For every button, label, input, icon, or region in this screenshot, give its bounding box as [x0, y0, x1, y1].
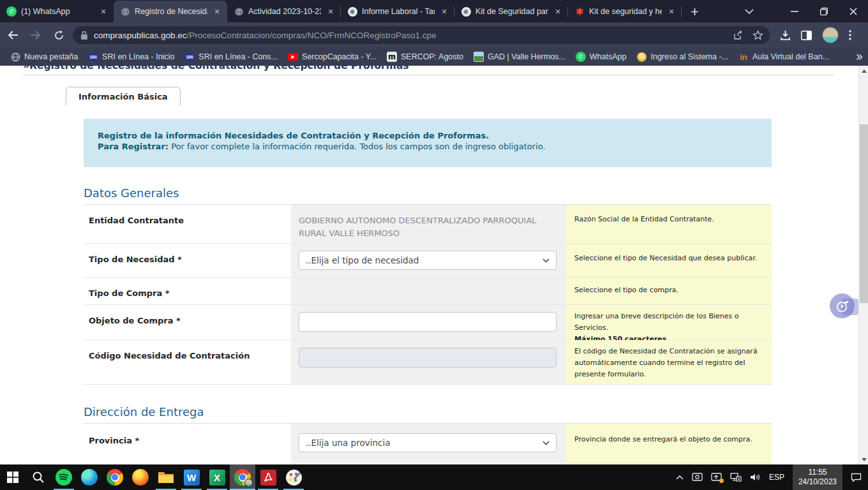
bookmark-gad-valle-hermoso[interactable]: GAD | Valle Hermos...: [468, 50, 571, 64]
ecuador-crest-icon: [636, 52, 647, 62]
date: 24/10/2023: [798, 477, 837, 487]
bookmark-whatsapp[interactable]: ✆ WhatsApp: [571, 50, 632, 64]
taskbar-file-explorer[interactable]: [153, 464, 179, 490]
info-line-1: Registro de la información Necesidades d…: [98, 130, 758, 141]
tray-chevron-up-icon[interactable]: [676, 475, 684, 480]
close-icon[interactable]: ✕: [439, 6, 449, 17]
tab-informacion-basica[interactable]: Información Básica: [66, 87, 181, 106]
bookmark-sri-inicio[interactable]: SRI SRI en Línea - Inicio: [83, 50, 179, 64]
tab-actividad[interactable]: Actividad 2023-10-23 ✕: [227, 1, 341, 22]
cast-icon[interactable]: [692, 473, 703, 482]
maximize-button[interactable]: [809, 0, 839, 22]
globe-icon: [10, 52, 20, 62]
tipo-necesidad-select[interactable]: ..Elija el tipo de necesidad: [299, 251, 557, 270]
tab-kit-seguridad-2[interactable]: ✱ Kit de seguridad y he ✕: [568, 1, 682, 22]
page-scrollbar[interactable]: [858, 66, 868, 464]
close-icon[interactable]: ✕: [666, 6, 677, 17]
row-provincia: Provincia * ..Elija una provincia Provin…: [84, 424, 772, 464]
moodle-icon: m: [387, 52, 397, 62]
taskbar-paint[interactable]: [281, 464, 306, 490]
menu-dots-icon[interactable]: [849, 30, 851, 40]
row-codigo-necesidad: Código Necesidad de Contratación El códi…: [84, 340, 772, 385]
volume-icon[interactable]: [750, 473, 761, 482]
firefox-icon: [132, 469, 149, 486]
tab-whatsapp[interactable]: ✆ (1) WhatsApp ✕: [0, 1, 114, 22]
field-label: Provincia *: [89, 436, 139, 445]
new-tab-button[interactable]: [685, 3, 703, 20]
scroll-down-arrow[interactable]: [859, 454, 868, 464]
close-icon[interactable]: ✕: [212, 6, 222, 17]
form-datos-generales: Entidad Contratante GOBIERNO AUTONOMO DE…: [84, 205, 772, 385]
bookmarks-overflow-chevron-icon[interactable]: [856, 54, 863, 61]
field-label: Tipo de Compra *: [89, 288, 170, 298]
taskbar-word[interactable]: W: [179, 464, 204, 490]
help-text: Ingresar una breve descripción de los Bi…: [574, 312, 738, 332]
close-icon[interactable]: ✕: [326, 6, 336, 17]
section-title-direccion-entrega: Dirección de Entrega: [84, 405, 204, 419]
tab-registro-active[interactable]: Registro de Necesida ✕: [114, 1, 227, 22]
start-button[interactable]: [0, 464, 26, 490]
red-asterisk-icon: ✱: [574, 6, 585, 17]
globe-icon: [120, 6, 130, 17]
objeto-compra-input[interactable]: [299, 312, 557, 332]
taskbar-search-button[interactable]: [26, 464, 51, 490]
share-icon[interactable]: [733, 30, 744, 40]
minimize-button[interactable]: [780, 0, 809, 22]
tab-label: Información Básica: [79, 92, 168, 101]
tab-title: (1) WhatsApp: [21, 7, 94, 16]
reload-button[interactable]: [49, 25, 69, 45]
page-title: »Registro de Necesidades de Contratación…: [23, 66, 834, 71]
gad-icon: [474, 52, 484, 62]
tab-informe[interactable]: ✻ Informe Laboral - Tar ✕: [341, 1, 454, 22]
bookmark-star-icon[interactable]: [752, 30, 763, 41]
tab-kit-seguridad-1[interactable]: ✻ Kit de Seguridad para ✕: [454, 1, 568, 22]
provincia-select[interactable]: ..Elija una provincia: [299, 433, 557, 452]
tab-search-chevron-icon[interactable]: [730, 0, 768, 22]
taskbar-chrome[interactable]: [102, 464, 128, 490]
timer-extension-button[interactable]: [830, 293, 855, 318]
bookmark-nueva-pestana[interactable]: Nueva pestaña: [5, 50, 83, 64]
address-bar[interactable]: compraspublicas.gob.ec/ProcesoContrataci…: [73, 26, 770, 44]
action-center-icon[interactable]: [851, 473, 862, 482]
help-text: El código de Necesidad de Contratación s…: [574, 347, 758, 378]
screen-capture-icon[interactable]: [711, 473, 722, 482]
profile-badge-icon: [244, 479, 253, 487]
field-label: Código Necesidad de Contratación: [89, 351, 250, 360]
tab-title: Informe Laboral - Tar: [362, 7, 435, 16]
close-window-button[interactable]: [839, 0, 868, 22]
row-objeto-compra: Objeto de Compra * Ingresar una breve de…: [84, 305, 772, 340]
close-icon[interactable]: ✕: [553, 6, 563, 17]
globe-icon: [234, 6, 244, 17]
bookmark-label: Nueva pestaña: [24, 52, 78, 61]
bookmark-label: SRI en Línea - Cons...: [198, 52, 278, 61]
network-icon[interactable]: [730, 473, 742, 482]
bookmark-label: SercopCapacita - Y...: [302, 52, 377, 61]
side-panel-icon[interactable]: [801, 31, 812, 40]
bookmark-sercop-agosto[interactable]: m SERCOP: Agosto: [382, 50, 468, 64]
bookmark-aula-virtual[interactable]: in Aula Virtual del Ban...: [733, 50, 834, 64]
scroll-up-arrow[interactable]: [859, 66, 868, 76]
divider: [23, 75, 835, 75]
taskbar-clock[interactable]: 11:55 24/10/2023: [793, 464, 842, 490]
help-text: Razón Social de la Entidad Contratante.: [574, 215, 714, 223]
taskbar-edge[interactable]: [77, 464, 102, 490]
bookmark-sercopcapacita[interactable]: SercopCapacita - Y...: [283, 50, 382, 64]
bookmark-sri-consultas[interactable]: SRI SRI en Línea - Cons...: [179, 50, 283, 64]
taskbar-acrobat[interactable]: [255, 464, 281, 490]
back-button[interactable]: [3, 25, 23, 45]
download-icon[interactable]: [780, 30, 791, 41]
lock-icon[interactable]: [80, 31, 88, 40]
taskbar-spotify[interactable]: [51, 464, 77, 490]
close-icon[interactable]: ✕: [98, 6, 108, 17]
page-content: »Registro de Necesidades de Contratación…: [0, 66, 868, 464]
taskbar-firefox[interactable]: [128, 464, 153, 490]
field-label: Objeto de Compra *: [89, 316, 181, 325]
notification-dot: [719, 479, 724, 483]
taskbar-excel[interactable]: X: [204, 464, 230, 490]
scrollbar-thumb[interactable]: [860, 124, 868, 303]
profile-avatar[interactable]: [822, 27, 839, 43]
taskbar-chrome-active[interactable]: [230, 464, 255, 490]
bookmark-ingreso-sistema[interactable]: Ingreso al Sistema -...: [631, 50, 733, 64]
language-indicator[interactable]: ESP: [769, 473, 784, 482]
help-text: Seleccione el tipo de Necesidad que dese…: [574, 254, 757, 262]
